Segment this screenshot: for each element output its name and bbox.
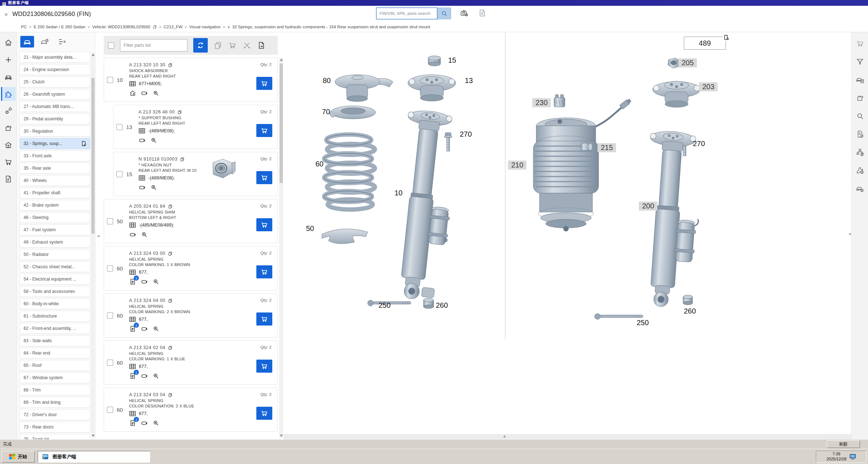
vehicle-view-tab[interactable]	[20, 36, 34, 47]
cart-icon[interactable]	[1, 155, 16, 169]
copy-icon[interactable]	[180, 157, 185, 162]
sidebar-item-69[interactable]: 69 - Trim and lining	[20, 397, 90, 408]
refresh-classic-button[interactable]: 刷新	[827, 440, 860, 448]
breadcrumb-item[interactable]: PC	[21, 25, 27, 29]
code-table-icon[interactable]	[129, 364, 136, 369]
sidebar-item-29[interactable]: 29 - Pedal assembly	[20, 113, 90, 124]
code-table-icon[interactable]	[129, 222, 136, 228]
search-button[interactable]	[437, 8, 451, 19]
copy-icon[interactable]	[168, 393, 173, 397]
part-checkbox[interactable]	[107, 77, 113, 83]
collapse-left-icon[interactable]: «	[97, 233, 100, 239]
part-checkbox[interactable]	[116, 171, 123, 177]
sidebar-item-24[interactable]: 24 - Engine suspension	[20, 64, 90, 75]
display-icon[interactable]	[850, 454, 856, 460]
part-checkbox[interactable]	[107, 360, 113, 366]
unlink-icon[interactable]	[243, 41, 251, 50]
callout-label[interactable]: 260	[436, 301, 448, 310]
callout-label-highlighted[interactable]: 200	[639, 202, 657, 211]
copy-icon[interactable]	[168, 251, 173, 256]
oil-service-icon[interactable]	[1, 121, 16, 135]
cart-icon[interactable]	[853, 37, 867, 50]
sidebar-item-40[interactable]: 40 - Wheels	[20, 175, 90, 186]
hierarchy-disabled-icon[interactable]	[853, 146, 867, 158]
alternatives-document-icon[interactable]: 2	[129, 325, 136, 332]
add-page-icon[interactable]	[723, 34, 730, 41]
add-to-cart-button[interactable]	[256, 171, 272, 184]
breadcrumb-item[interactable]: C213_FW	[164, 25, 182, 29]
sidebar-item-73[interactable]: 73 - Rear doors	[20, 422, 90, 432]
collapse-right-icon[interactable]: «	[849, 231, 851, 236]
chevron-down-icon[interactable]: ∨	[227, 25, 230, 29]
callout-label-highlighted[interactable]: 230	[532, 98, 551, 107]
callout-label[interactable]: 80	[323, 76, 331, 85]
expand-bottom-icon[interactable]: «	[502, 435, 508, 438]
alternatives-document-icon[interactable]: 2	[129, 419, 136, 427]
document-icon[interactable]	[478, 9, 487, 18]
filter-icon[interactable]	[853, 55, 867, 68]
search-part-icon[interactable]	[152, 372, 160, 380]
scrollbar-thumb[interactable]	[91, 78, 95, 234]
parts-scrollbar[interactable]	[279, 58, 283, 438]
sidebar-item-60[interactable]: 60 - Body-in-white	[20, 298, 90, 309]
scroll-up-icon[interactable]	[280, 59, 283, 61]
callout-label[interactable]: 270	[460, 130, 472, 138]
copy-icon[interactable]	[214, 41, 222, 50]
scrollbar-thumb[interactable]	[280, 63, 283, 183]
chevrons-right-icon[interactable]: »	[0, 11, 12, 17]
diagram-canvas[interactable]: 15 80 13 70 270 60 10 50 250 260 205 203…	[284, 32, 851, 439]
search-part-icon[interactable]	[150, 137, 157, 144]
alternatives-document-icon[interactable]: 2	[129, 372, 136, 380]
sidebar-item-63[interactable]: 63 - Side walls	[20, 335, 90, 346]
reference-group-box[interactable]: 489	[684, 37, 726, 50]
callout-label[interactable]: 60	[315, 160, 323, 168]
callout-label[interactable]: 50	[306, 224, 314, 233]
filter-parts-input[interactable]	[120, 39, 187, 51]
sidebar-item-21[interactable]: 21 - Major assembly deta...	[20, 52, 90, 63]
component-icon[interactable]	[141, 325, 148, 332]
scroll-down-icon[interactable]	[280, 435, 283, 437]
parts-catalog-icon[interactable]	[1, 87, 16, 101]
sidebar-item-50[interactable]: 50 - Radiator	[20, 249, 90, 260]
add-icon[interactable]	[1, 53, 16, 67]
add-to-cart-button[interactable]	[256, 265, 272, 278]
callout-label-highlighted[interactable]: 215	[598, 143, 616, 152]
datacard-add-icon[interactable]	[80, 140, 87, 147]
breadcrumb-item[interactable]: E 200 Sedan / E 260 Sedan	[34, 25, 86, 29]
refresh-parts-button[interactable]	[193, 38, 208, 53]
component-icon[interactable]	[141, 372, 148, 380]
callout-label[interactable]: 270	[693, 140, 705, 148]
home-icon[interactable]	[1, 36, 16, 50]
search-part-icon[interactable]	[141, 231, 148, 238]
flow-view-tab[interactable]	[55, 36, 69, 47]
sidebar-item-75[interactable]: 75 - Trunk lid	[20, 434, 90, 440]
diagram-bottom-bar[interactable]: «	[284, 434, 851, 439]
scroll-down-icon[interactable]	[92, 435, 95, 437]
sidebar-item-65[interactable]: 65 - Roof	[20, 360, 90, 371]
sidebar-item-46[interactable]: 46 - Steering	[20, 212, 90, 223]
search-part-icon[interactable]	[152, 325, 160, 332]
sidebar-item-41[interactable]: 41 - Propeller shaft	[20, 187, 90, 198]
sidebar-item-58[interactable]: 58 - Tools and accessories	[20, 286, 90, 297]
callout-label[interactable]: 10	[394, 189, 402, 197]
alternatives-document-icon[interactable]: 2	[129, 278, 136, 285]
component-icon[interactable]	[139, 184, 146, 191]
copy-icon[interactable]	[168, 63, 173, 67]
start-button[interactable]: 开始	[1, 451, 35, 463]
vehicle-datacard-icon[interactable]	[853, 74, 867, 86]
select-all-checkbox[interactable]	[108, 42, 114, 49]
part-checkbox[interactable]	[107, 312, 113, 319]
copy-icon[interactable]	[153, 25, 157, 29]
copy-icon[interactable]	[168, 298, 173, 303]
sidebar-item-64[interactable]: 64 - Rear end	[20, 348, 90, 359]
vehicle-alt-view-tab[interactable]	[38, 36, 51, 47]
component-icon[interactable]	[139, 137, 146, 144]
sidebar-item-30[interactable]: 30 - Regulation	[20, 126, 90, 137]
add-to-cart-button[interactable]	[256, 407, 272, 420]
code-table-icon[interactable]	[139, 128, 145, 134]
callout-label-highlighted[interactable]: 203	[699, 82, 718, 91]
callout-label[interactable]: 250	[637, 319, 649, 327]
callout-label[interactable]: 250	[379, 301, 390, 310]
sidebar-item-32-selected[interactable]: 32 - Springs, susp...	[20, 138, 90, 149]
sidebar-item-67[interactable]: 67 - Window system	[20, 372, 90, 383]
